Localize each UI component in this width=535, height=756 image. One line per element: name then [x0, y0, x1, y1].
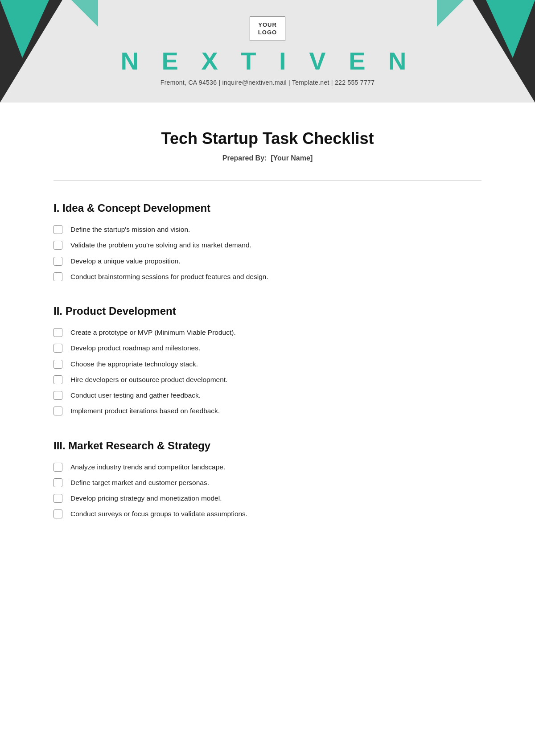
checkbox-icon[interactable]: [54, 344, 62, 353]
list-item: Conduct brainstorming sessions for produ…: [54, 271, 482, 282]
section-title-3: III. Market Research & Strategy: [54, 440, 482, 452]
checklist-item-text: Create a prototype or MVP (Minimum Viabl…: [70, 327, 236, 337]
checklist-item-text: Hire developers or outsource product dev…: [70, 374, 227, 385]
checkbox-icon[interactable]: [54, 478, 62, 487]
checkbox-icon[interactable]: [54, 225, 62, 234]
list-item: Implement product iterations based on fe…: [54, 406, 482, 416]
checklist-item-text: Develop a unique value proposition.: [70, 256, 180, 266]
deco-left-icon: [0, 0, 98, 103]
checklist-item-text: Conduct user testing and gather feedback…: [70, 390, 201, 400]
deco-right-icon: [437, 0, 535, 103]
logo-text: YOUR: [258, 21, 277, 28]
checkbox-icon[interactable]: [54, 375, 62, 384]
list-item: Conduct user testing and gather feedback…: [54, 390, 482, 400]
checkbox-icon[interactable]: [54, 328, 62, 337]
list-item: Choose the appropriate technology stack.: [54, 359, 482, 369]
document-title: Tech Startup Task Checklist: [54, 129, 482, 148]
checklist-item-text: Develop product roadmap and milestones.: [70, 343, 200, 353]
checklist-item-text: Choose the appropriate technology stack.: [70, 359, 198, 369]
list-item: Develop pricing strategy and monetizatio…: [54, 493, 482, 503]
checkbox-icon[interactable]: [54, 407, 62, 415]
checkbox-icon[interactable]: [54, 257, 62, 266]
list-item: Define target market and customer person…: [54, 477, 482, 488]
checkbox-icon[interactable]: [54, 494, 62, 503]
checklist-item-text: Conduct brainstorming sessions for produ…: [70, 271, 268, 282]
section-3: III. Market Research & StrategyAnalyze i…: [54, 440, 482, 519]
section-title-2: II. Product Development: [54, 305, 482, 317]
checklist-item-text: Develop pricing strategy and monetizatio…: [70, 493, 222, 503]
checkbox-icon[interactable]: [54, 391, 62, 400]
checkbox-icon[interactable]: [54, 360, 62, 369]
main-content: Tech Startup Task Checklist Prepared By:…: [0, 103, 535, 569]
logo-text2: LOGO: [258, 29, 277, 36]
header: YOUR LOGO N E X T I V E N Fremont, CA 94…: [0, 0, 535, 103]
list-item: Analyze industry trends and competitor l…: [54, 462, 482, 472]
svg-marker-2: [58, 0, 98, 27]
sections-container: I. Idea & Concept DevelopmentDefine the …: [54, 202, 482, 519]
checklist-item-text: Analyze industry trends and competitor l…: [70, 462, 225, 472]
checklist-1: Define the startup's mission and vision.…: [54, 224, 482, 282]
list-item: Validate the problem you're solving and …: [54, 240, 482, 250]
prepared-by-value: [Your Name]: [271, 154, 313, 162]
list-item: Create a prototype or MVP (Minimum Viabl…: [54, 327, 482, 337]
section-1: I. Idea & Concept DevelopmentDefine the …: [54, 202, 482, 282]
prepared-by: Prepared By: [Your Name]: [54, 154, 482, 162]
checklist-2: Create a prototype or MVP (Minimum Viabl…: [54, 327, 482, 416]
checklist-item-text: Validate the problem you're solving and …: [70, 240, 251, 250]
brand-name: N E X T I V E N: [121, 46, 415, 75]
list-item: Develop product roadmap and milestones.: [54, 343, 482, 353]
checklist-item-text: Define the startup's mission and vision.: [70, 224, 190, 234]
list-item: Develop a unique value proposition.: [54, 256, 482, 266]
section-title-1: I. Idea & Concept Development: [54, 202, 482, 214]
checkbox-icon[interactable]: [54, 272, 62, 281]
section-2: II. Product DevelopmentCreate a prototyp…: [54, 305, 482, 416]
section-divider: [54, 180, 482, 181]
checklist-item-text: Define target market and customer person…: [70, 477, 209, 488]
list-item: Define the startup's mission and vision.: [54, 224, 482, 234]
prepared-by-label: Prepared By:: [222, 154, 267, 162]
checklist-item-text: Conduct surveys or focus groups to valid…: [70, 509, 247, 519]
page: YOUR LOGO N E X T I V E N Fremont, CA 94…: [0, 0, 535, 756]
checkbox-icon[interactable]: [54, 241, 62, 250]
contact-info: Fremont, CA 94536 | inquire@nextiven.mai…: [160, 79, 374, 86]
checkbox-icon[interactable]: [54, 463, 62, 472]
list-item: Hire developers or outsource product dev…: [54, 374, 482, 385]
checklist-item-text: Implement product iterations based on fe…: [70, 406, 220, 416]
checklist-3: Analyze industry trends and competitor l…: [54, 462, 482, 519]
list-item: Conduct surveys or focus groups to valid…: [54, 509, 482, 519]
checkbox-icon[interactable]: [54, 509, 62, 518]
svg-marker-5: [437, 0, 477, 27]
logo-box: YOUR LOGO: [250, 16, 285, 41]
